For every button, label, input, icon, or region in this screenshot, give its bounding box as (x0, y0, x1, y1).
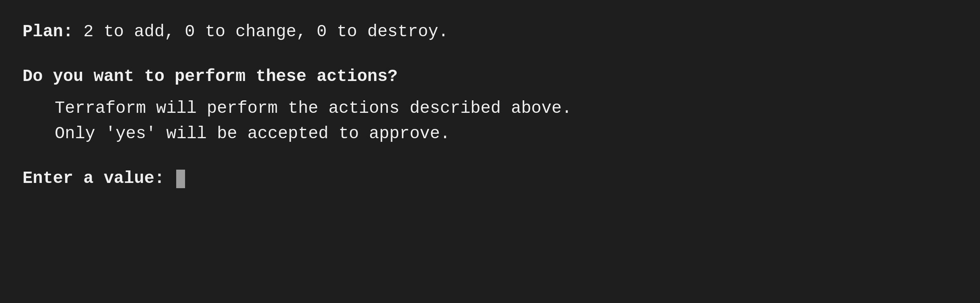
description-line-1: Terraform will perform the actions descr… (23, 96, 957, 121)
prompt-label: Enter a value: (23, 169, 175, 188)
question-text: Do you want to perform these actions? (23, 67, 398, 86)
question-line: Do you want to perform these actions? (23, 64, 957, 89)
prompt-line[interactable]: Enter a value: (23, 166, 957, 191)
terminal-output: Plan: 2 to add, 0 to change, 0 to destro… (0, 0, 980, 303)
description-line-2: Only 'yes' will be accepted to approve. (23, 121, 957, 147)
terminal-cursor (176, 170, 185, 188)
plan-text: 2 to add, 0 to change, 0 to destroy. (73, 22, 449, 42)
plan-line: Plan: 2 to add, 0 to change, 0 to destro… (23, 19, 957, 45)
plan-label: Plan: (23, 22, 73, 42)
